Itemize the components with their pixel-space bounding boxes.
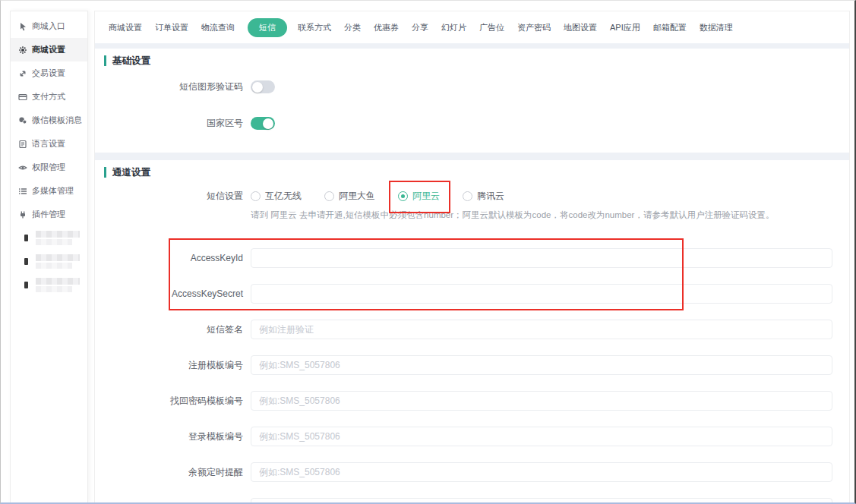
- aliyun-helper-text: 请到 阿里云 去申请开通,短信模板中必须包含number；阿里云默认模板为cod…: [251, 209, 849, 221]
- sidebar-item-redacted-3[interactable]: [11, 273, 87, 297]
- section-accent-bar: [104, 167, 106, 178]
- sidebar-item-label: 语言设置: [32, 138, 65, 150]
- login-template-label: 登录模板编号: [104, 430, 243, 443]
- plugin-icon: [17, 209, 27, 219]
- tab-contact-method[interactable]: 联系方式: [298, 22, 331, 33]
- media-list-icon: [17, 186, 27, 196]
- settings-tabbar: 商城设置 订单设置 物流查询 短信 联系方式 分类 优惠券 分享 幻灯片 广告位…: [95, 11, 849, 43]
- tab-data-cleanup[interactable]: 数据清理: [700, 22, 733, 33]
- sidebar-item-label: 权限管理: [32, 162, 65, 173]
- sidebar-item-redacted-2[interactable]: [11, 250, 87, 273]
- toggle-knob: [263, 118, 273, 129]
- language-icon: [17, 139, 27, 149]
- sidebar-item-multimedia-management[interactable]: 多媒体管理: [11, 179, 87, 203]
- sms-captcha-toggle[interactable]: [251, 80, 275, 93]
- sidebar-item-permission-management[interactable]: 权限管理: [11, 156, 87, 179]
- accesskeysecret-input[interactable]: [251, 284, 832, 304]
- redacted-label: [36, 278, 80, 292]
- recover-password-template-input[interactable]: [251, 391, 832, 411]
- sms-signature-input[interactable]: [251, 320, 832, 339]
- balance-reminder-input[interactable]: [251, 462, 832, 482]
- basic-settings-section: 基础设置 短信图形验证码 国家区号: [95, 49, 849, 153]
- sidebar-item-label: 多媒体管理: [32, 185, 74, 197]
- section-title-channel: 通道设置: [112, 166, 150, 179]
- redacted-icon: [24, 282, 28, 288]
- sidebar-item-label: 商城设置: [32, 44, 65, 55]
- sms-provider-label: 短信设置: [104, 190, 243, 203]
- accesskeyid-input[interactable]: [251, 248, 832, 268]
- redacted-label: [36, 254, 80, 269]
- tab-api-app[interactable]: API应用: [610, 22, 640, 33]
- sidebar-item-label: 插件管理: [32, 209, 65, 220]
- redacted-label: [36, 231, 80, 245]
- register-template-input[interactable]: [251, 355, 832, 375]
- transaction-icon: [17, 68, 27, 78]
- radio-tencent-cloud[interactable]: 腾讯云: [463, 190, 504, 203]
- pointer-icon: [17, 21, 27, 31]
- tab-category[interactable]: 分类: [344, 22, 361, 33]
- radio-huyi-wireless[interactable]: 互亿无线: [251, 190, 302, 203]
- clipped-field-input[interactable]: [251, 498, 832, 504]
- radio-circle-icon: [324, 191, 334, 201]
- sidebar-item-label: 商城入口: [32, 20, 65, 32]
- tab-mall-settings[interactable]: 商城设置: [109, 22, 142, 33]
- sidebar-item-plugin-management[interactable]: 插件管理: [11, 203, 87, 226]
- section-title-basic: 基础设置: [112, 55, 150, 68]
- sidebar: 商城入口 商城设置 交易设置 支付方式 微信模板消息: [10, 11, 88, 502]
- sidebar-item-trade-settings[interactable]: 交易设置: [11, 61, 87, 85]
- tab-ad-slot[interactable]: 广告位: [479, 22, 504, 33]
- admin-window: 商城入口 商城设置 交易设置 支付方式 微信模板消息: [0, 0, 856, 504]
- wechat-icon: [17, 115, 27, 125]
- balance-reminder-label: 余额定时提醒: [104, 466, 243, 479]
- tab-asset-password[interactable]: 资产密码: [517, 22, 551, 33]
- radio-ali-dayu[interactable]: 阿里大鱼: [324, 190, 375, 203]
- radio-circle-icon: [463, 191, 472, 201]
- section-divider: [95, 153, 849, 160]
- main-panel: 商城设置 订单设置 物流查询 短信 联系方式 分类 优惠券 分享 幻灯片 广告位…: [94, 11, 850, 502]
- sidebar-item-label: 微信模板消息: [32, 115, 82, 126]
- country-code-label: 国家区号: [104, 117, 243, 130]
- permission-eye-icon: [17, 162, 27, 172]
- sms-provider-radio-group: 互亿无线 阿里大鱼 阿里云 腾讯: [251, 190, 504, 203]
- sms-captcha-label: 短信图形验证码: [104, 80, 243, 93]
- tab-map-settings[interactable]: 地图设置: [564, 22, 597, 33]
- section-accent-bar: [104, 55, 106, 66]
- radio-circle-icon: [251, 191, 261, 201]
- tab-logistics-query[interactable]: 物流查询: [201, 22, 235, 33]
- radio-aliyun[interactable]: 阿里云: [398, 190, 440, 203]
- sidebar-item-mall-entrance[interactable]: 商城入口: [11, 14, 87, 38]
- sidebar-item-mall-settings[interactable]: 商城设置: [11, 38, 87, 61]
- section-divider: [95, 43, 849, 49]
- sidebar-item-language-settings[interactable]: 语言设置: [11, 132, 87, 156]
- radio-circle-icon: [398, 191, 408, 201]
- sms-signature-label: 短信签名: [104, 323, 243, 336]
- tab-slideshow[interactable]: 幻灯片: [441, 22, 466, 33]
- sidebar-item-label: 交易设置: [32, 68, 65, 79]
- toggle-knob: [252, 82, 263, 93]
- sidebar-item-payment-methods[interactable]: 支付方式: [11, 85, 87, 109]
- sidebar-item-label: 支付方式: [32, 91, 65, 102]
- redacted-icon: [24, 258, 28, 265]
- credit-card-icon: [17, 92, 27, 102]
- login-template-input[interactable]: [251, 427, 832, 446]
- tab-share[interactable]: 分享: [412, 22, 428, 33]
- accesskeysecret-label: AccessKeySecret: [104, 288, 243, 299]
- sms-config-form: AccessKeyId AccessKeySecret 短信签名 注册模板编号 …: [104, 248, 849, 504]
- register-template-label: 注册模板编号: [104, 359, 243, 372]
- sidebar-item-redacted-1[interactable]: [11, 226, 87, 250]
- sidebar-item-wechat-template-messages[interactable]: 微信模板消息: [11, 109, 87, 132]
- redacted-icon: [24, 235, 28, 241]
- tab-coupon[interactable]: 优惠券: [374, 22, 399, 33]
- recover-password-template-label: 找回密码模板编号: [104, 395, 243, 408]
- channel-settings-section: 通道设置 短信设置 互亿无线 阿里大鱼 阿: [95, 160, 849, 504]
- tab-email-config[interactable]: 邮箱配置: [653, 22, 687, 33]
- tab-order-settings[interactable]: 订单设置: [155, 22, 188, 33]
- tab-sms[interactable]: 短信: [248, 18, 287, 37]
- country-code-toggle[interactable]: [251, 117, 275, 130]
- gear-icon: [17, 45, 27, 55]
- accesskeyid-label: AccessKeyId: [104, 253, 243, 263]
